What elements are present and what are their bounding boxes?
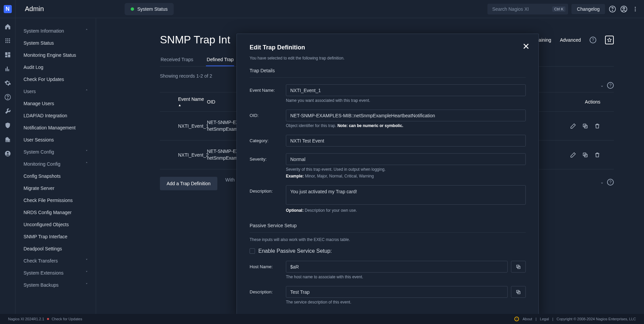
- close-icon[interactable]: ✕: [522, 41, 530, 52]
- copy-host-icon[interactable]: [511, 261, 526, 273]
- nav-item-manage-users[interactable]: Manage Users: [24, 97, 88, 110]
- page-help-icon[interactable]: ?: [590, 37, 596, 43]
- nav-item-notification-management[interactable]: Notification Management: [24, 122, 88, 134]
- svg-rect-13: [5, 42, 6, 43]
- oid-hint: Object identifier for this trap. Note: c…: [286, 123, 526, 128]
- oid-input[interactable]: [286, 110, 526, 121]
- nav-item-monitoring-engine-status[interactable]: Monitoring Engine Status: [24, 49, 88, 61]
- col-actions: Actions: [560, 99, 614, 105]
- with-selected-label: With: [225, 177, 235, 183]
- nav-item-check-for-updates[interactable]: Check For Updates: [24, 73, 88, 85]
- svg-point-23: [7, 152, 8, 154]
- svg-rect-18: [8, 54, 10, 57]
- sort-asc-icon[interactable]: ▲: [178, 103, 181, 107]
- rail-shield-icon[interactable]: [4, 122, 11, 129]
- passive-service-intro: These inputs will also work with the EXE…: [250, 237, 526, 242]
- system-status-pill[interactable]: System Status: [125, 3, 174, 15]
- favorite-icon[interactable]: [605, 36, 614, 44]
- event-name-input[interactable]: [286, 84, 526, 96]
- svg-point-21: [7, 98, 8, 99]
- modal-intro: You have selected to edit the following …: [250, 56, 526, 60]
- logo[interactable]: N: [0, 0, 15, 18]
- svg-point-5: [635, 8, 636, 9]
- host-name-input[interactable]: [286, 261, 508, 273]
- svg-rect-9: [9, 38, 10, 39]
- nav-item-system-status[interactable]: System Status: [24, 37, 88, 49]
- nav-item-user-sessions[interactable]: User Sessions: [24, 134, 88, 146]
- help-icon[interactable]: [608, 5, 616, 13]
- severity-input[interactable]: [286, 153, 526, 165]
- advanced-link[interactable]: Advanced: [560, 37, 581, 43]
- chevron-down-icon[interactable]: ⌄: [600, 83, 604, 88]
- rail-reports-icon[interactable]: [4, 65, 11, 73]
- account-icon[interactable]: [620, 5, 628, 13]
- nav-group-system-extensions[interactable]: System Extensions˅: [24, 267, 88, 279]
- copy-icon[interactable]: [582, 152, 588, 158]
- edit-icon[interactable]: [570, 123, 576, 129]
- nav-item-nrds-config-manager[interactable]: NRDS Config Manager: [24, 206, 88, 218]
- nav-group-system-config[interactable]: System Config˅: [24, 146, 88, 158]
- delete-icon[interactable]: [594, 152, 600, 158]
- nav-item-migrate-server[interactable]: Migrate Server: [24, 182, 88, 194]
- more-icon[interactable]: [631, 5, 639, 13]
- nav-item-snmp-trap-interface[interactable]: SNMP Trap Interface: [24, 231, 88, 243]
- add-trap-button[interactable]: Add a Trap Definition: [160, 177, 217, 190]
- global-search[interactable]: Search Nagios XI Ctrl K: [487, 4, 568, 14]
- host-name-hint: The host name to associate with this eve…: [286, 275, 526, 279]
- nav-item-ldap-ad-integration[interactable]: LDAP/AD Integration: [24, 110, 88, 122]
- nav-item-unconfigured-objects[interactable]: Unconfigured Objects: [24, 218, 88, 231]
- delete-icon[interactable]: [594, 123, 600, 129]
- rail-apps-icon[interactable]: [4, 37, 11, 44]
- copy-icon[interactable]: [582, 123, 588, 129]
- update-dot-icon: [47, 318, 49, 320]
- enable-passive-checkbox[interactable]: [250, 248, 255, 254]
- svg-rect-14: [7, 42, 8, 43]
- footer-about[interactable]: About: [522, 317, 532, 321]
- changelog-button[interactable]: Changelog: [571, 4, 605, 14]
- edit-icon[interactable]: [570, 152, 576, 158]
- nav-group-check-transfers[interactable]: Check Transfers˅: [24, 255, 88, 267]
- footer-check-updates[interactable]: Check for Updates: [52, 317, 82, 321]
- nav-item-deadpool-settings[interactable]: Deadpool Settings: [24, 243, 88, 255]
- svg-rect-15: [9, 42, 10, 43]
- oid-label: OID:: [250, 110, 286, 128]
- category-input[interactable]: [286, 135, 526, 147]
- rail-enterprise-icon[interactable]: [4, 136, 11, 143]
- enable-passive-label: Enable Passive Service Setup:: [258, 248, 332, 254]
- help-icon[interactable]: ?: [607, 179, 614, 186]
- svg-rect-8: [7, 38, 8, 39]
- nav-item-config-snapshots[interactable]: Config Snapshots: [24, 170, 88, 182]
- nav-group-system-information[interactable]: System Information˄: [24, 25, 88, 37]
- status-dot-icon: [131, 7, 134, 11]
- rail-settings-icon[interactable]: [4, 79, 11, 87]
- nav-group-system-backups[interactable]: System Backups˅: [24, 279, 88, 291]
- page-context-title: Admin: [25, 5, 44, 13]
- tab-defined-trap[interactable]: Defined Trap: [206, 53, 234, 66]
- svg-point-3: [623, 7, 625, 9]
- svc-desc-label: Description:: [250, 286, 286, 305]
- tab-received-traps[interactable]: Received Traps: [160, 53, 194, 66]
- nav-group-monitoring-config[interactable]: Monitoring Config˄: [24, 158, 88, 170]
- trap-details-heading: Trap Details: [250, 68, 526, 78]
- svc-desc-input[interactable]: [286, 286, 508, 298]
- nav-item-audit-log[interactable]: Audit Log: [24, 61, 88, 73]
- svg-point-4: [635, 7, 636, 8]
- severity-label: Severity:: [250, 153, 286, 178]
- category-label: Category:: [250, 135, 286, 147]
- severity-example: Example: Minor, Major, Normal, Critical,…: [286, 174, 526, 178]
- description-input[interactable]: [286, 185, 526, 205]
- rail-tools-icon[interactable]: [4, 108, 11, 115]
- rail-profile-icon[interactable]: [4, 150, 11, 157]
- nav-group-users[interactable]: Users˄: [24, 85, 88, 97]
- footer-legal[interactable]: Legal: [540, 317, 549, 321]
- copy-desc-icon[interactable]: [511, 286, 526, 298]
- filter-help-icon[interactable]: ?: [607, 82, 614, 89]
- col-event-name[interactable]: Event Name: [178, 96, 204, 102]
- nav-item-check-file-permissions[interactable]: Check File Permissions: [24, 194, 88, 206]
- modal-title: Edit Trap Definition: [250, 44, 526, 51]
- chevron-down-icon[interactable]: ⌄: [600, 180, 604, 185]
- rail-home-icon[interactable]: [4, 23, 11, 30]
- warning-icon[interactable]: !: [514, 317, 519, 321]
- rail-help-icon[interactable]: [4, 93, 11, 101]
- rail-dashboard-icon[interactable]: [4, 51, 11, 58]
